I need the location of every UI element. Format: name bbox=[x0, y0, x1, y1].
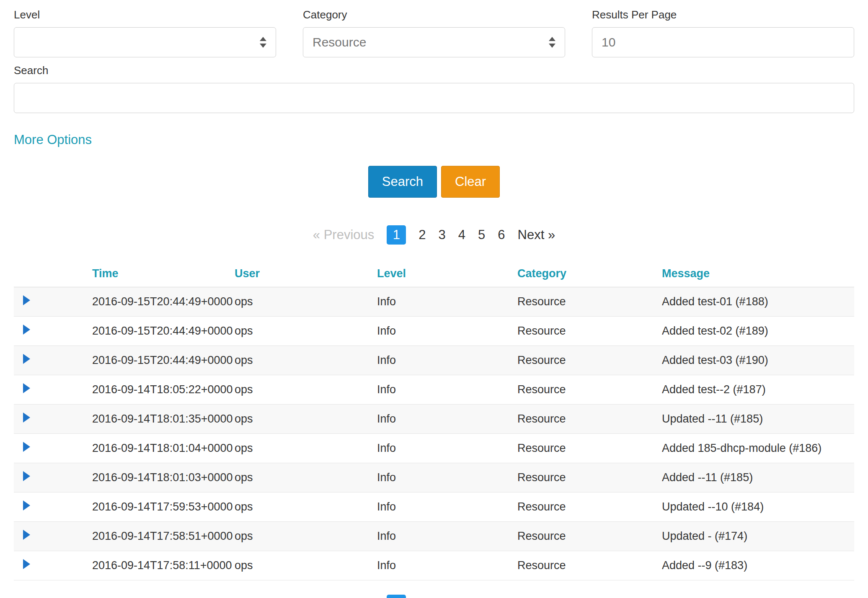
cell-level: Info bbox=[377, 405, 517, 434]
cell-message: Added --9 (#183) bbox=[662, 551, 854, 580]
cell-message: Updated - (#174) bbox=[662, 522, 854, 551]
expand-arrow-icon bbox=[23, 530, 30, 540]
cell-time: 2016-09-14T18:01:03+0000 bbox=[92, 463, 235, 492]
category-select-value: Resource bbox=[313, 35, 544, 49]
table-row: 2016-09-14T18:01:03+0000opsInfoResourceA… bbox=[14, 463, 854, 492]
cell-category: Resource bbox=[517, 522, 662, 551]
column-header-message[interactable]: Message bbox=[662, 260, 854, 287]
category-label: Category bbox=[303, 8, 565, 21]
table-row: 2016-09-14T18:01:04+0000opsInfoResourceA… bbox=[14, 434, 854, 463]
expand-row-toggle[interactable] bbox=[14, 375, 92, 405]
more-options-link[interactable]: More Options bbox=[14, 132, 92, 147]
audit-log-page: Level Category Resource Results Per Page… bbox=[0, 0, 868, 598]
expand-row-toggle[interactable] bbox=[14, 317, 92, 346]
pagination-top: « Previous 123456 Next » bbox=[14, 225, 854, 245]
expand-row-toggle[interactable] bbox=[14, 492, 92, 522]
pagination-next[interactable]: Next » bbox=[518, 227, 555, 242]
column-header-category[interactable]: Category bbox=[517, 260, 662, 287]
category-filter: Category Resource bbox=[303, 8, 565, 57]
column-header-time[interactable]: Time bbox=[92, 260, 235, 287]
search-button[interactable]: Search bbox=[368, 166, 437, 198]
clear-button[interactable]: Clear bbox=[441, 166, 500, 198]
cell-message: Added test-02 (#189) bbox=[662, 317, 854, 346]
column-header-user[interactable]: User bbox=[235, 260, 377, 287]
search-block: Search bbox=[14, 64, 854, 113]
expand-row-toggle[interactable] bbox=[14, 434, 92, 463]
cell-user: ops bbox=[235, 287, 377, 317]
cell-user: ops bbox=[235, 317, 377, 346]
table-row: 2016-09-14T17:58:51+0000opsInfoResourceU… bbox=[14, 522, 854, 551]
level-select[interactable] bbox=[14, 27, 276, 57]
cell-message: Added test-03 (#190) bbox=[662, 346, 854, 375]
cell-level: Info bbox=[377, 551, 517, 580]
cell-level: Info bbox=[377, 346, 517, 375]
cell-category: Resource bbox=[517, 463, 662, 492]
table-row: 2016-09-14T18:05:22+0000opsInfoResourceA… bbox=[14, 375, 854, 405]
expand-arrow-icon bbox=[23, 295, 30, 305]
pagination-page-1[interactable]: 1 bbox=[387, 595, 406, 598]
cell-time: 2016-09-15T20:44:49+0000 bbox=[92, 287, 235, 317]
log-table: Time User Level Category Message 2016-09… bbox=[14, 260, 854, 580]
cell-category: Resource bbox=[517, 375, 662, 405]
pagination-pages: 123456 bbox=[387, 225, 505, 245]
pagination-page-3[interactable]: 3 bbox=[439, 227, 446, 242]
table-row: 2016-09-15T20:44:49+0000opsInfoResourceA… bbox=[14, 287, 854, 317]
cell-category: Resource bbox=[517, 492, 662, 522]
column-header-level[interactable]: Level bbox=[377, 260, 517, 287]
cell-message: Updated --11 (#185) bbox=[662, 405, 854, 434]
cell-category: Resource bbox=[517, 405, 662, 434]
pagination-previous[interactable]: « Previous bbox=[313, 227, 374, 242]
log-table-body: 2016-09-15T20:44:49+0000opsInfoResourceA… bbox=[14, 287, 854, 580]
cell-user: ops bbox=[235, 346, 377, 375]
table-row: 2016-09-15T20:44:49+0000opsInfoResourceA… bbox=[14, 317, 854, 346]
expand-column-header bbox=[14, 260, 92, 287]
cell-time: 2016-09-15T20:44:49+0000 bbox=[92, 346, 235, 375]
cell-time: 2016-09-14T17:58:51+0000 bbox=[92, 522, 235, 551]
cell-message: Added --11 (#185) bbox=[662, 463, 854, 492]
cell-message: Added test--2 (#187) bbox=[662, 375, 854, 405]
cell-category: Resource bbox=[517, 346, 662, 375]
expand-arrow-icon bbox=[23, 354, 30, 364]
cell-category: Resource bbox=[517, 287, 662, 317]
level-filter: Level bbox=[14, 8, 276, 57]
results-per-page-label: Results Per Page bbox=[592, 8, 854, 21]
cell-level: Info bbox=[377, 317, 517, 346]
expand-arrow-icon bbox=[23, 442, 30, 452]
expand-row-toggle[interactable] bbox=[14, 522, 92, 551]
pagination-page-5[interactable]: 5 bbox=[478, 227, 485, 242]
cell-category: Resource bbox=[517, 434, 662, 463]
pagination-page-6[interactable]: 6 bbox=[498, 227, 505, 242]
search-label: Search bbox=[14, 64, 854, 77]
pagination-page-4[interactable]: 4 bbox=[458, 227, 465, 242]
cell-level: Info bbox=[377, 522, 517, 551]
table-row: 2016-09-15T20:44:49+0000opsInfoResourceA… bbox=[14, 346, 854, 375]
cell-level: Info bbox=[377, 434, 517, 463]
expand-row-toggle[interactable] bbox=[14, 463, 92, 492]
cell-time: 2016-09-14T18:01:04+0000 bbox=[92, 434, 235, 463]
results-per-page-input[interactable] bbox=[592, 27, 854, 57]
table-row: 2016-09-14T17:59:53+0000opsInfoResourceU… bbox=[14, 492, 854, 522]
table-row: 2016-09-14T17:58:11+0000opsInfoResourceA… bbox=[14, 551, 854, 580]
pagination-bottom: « Previous 123456 Next » bbox=[14, 595, 854, 598]
select-arrows-icon bbox=[549, 37, 555, 48]
cell-level: Info bbox=[377, 463, 517, 492]
expand-row-toggle[interactable] bbox=[14, 405, 92, 434]
category-select[interactable]: Resource bbox=[303, 27, 565, 57]
table-header-row: Time User Level Category Message bbox=[14, 260, 854, 287]
cell-time: 2016-09-15T20:44:49+0000 bbox=[92, 317, 235, 346]
expand-row-toggle[interactable] bbox=[14, 287, 92, 317]
search-input[interactable] bbox=[14, 83, 854, 113]
cell-user: ops bbox=[235, 405, 377, 434]
filters-row: Level Category Resource Results Per Page bbox=[14, 8, 854, 57]
expand-row-toggle[interactable] bbox=[14, 551, 92, 580]
pagination-page-2[interactable]: 2 bbox=[418, 227, 426, 242]
pagination-page-1[interactable]: 1 bbox=[387, 225, 406, 245]
select-arrows-icon bbox=[260, 37, 266, 48]
cell-level: Info bbox=[377, 492, 517, 522]
cell-level: Info bbox=[377, 375, 517, 405]
expand-row-toggle[interactable] bbox=[14, 346, 92, 375]
level-label: Level bbox=[14, 8, 276, 21]
cell-time: 2016-09-14T17:59:53+0000 bbox=[92, 492, 235, 522]
expand-arrow-icon bbox=[23, 383, 30, 393]
table-row: 2016-09-14T18:01:35+0000opsInfoResourceU… bbox=[14, 405, 854, 434]
